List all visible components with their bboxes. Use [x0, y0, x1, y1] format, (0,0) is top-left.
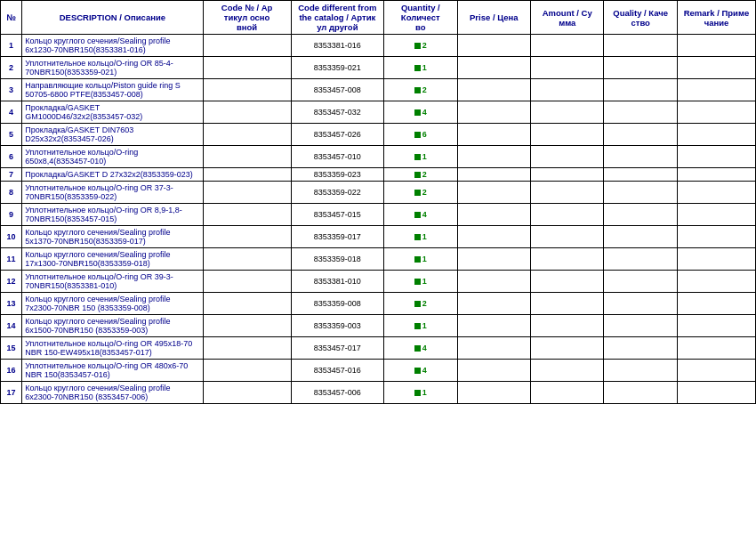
cell-codediff: 8353381-010 — [291, 271, 383, 293]
table-row: 6Уплотнительное кольцо/O-ring 650x8,4(83… — [1, 146, 756, 168]
cell-remark — [677, 35, 755, 57]
cell-code — [203, 360, 291, 382]
cell-no: 10 — [1, 226, 22, 248]
cell-codediff: 8353381-016 — [291, 35, 383, 57]
cell-amount — [531, 293, 604, 315]
cell-quality — [604, 182, 677, 204]
cell-amount — [531, 101, 604, 124]
cell-remark — [677, 101, 755, 124]
cell-desc: Уплотнительное кольцо/O-ring OR 495x18-7… — [22, 337, 203, 360]
green-indicator — [414, 172, 421, 178]
cell-amount — [531, 271, 604, 293]
cell-code — [203, 79, 291, 101]
cell-quality — [604, 337, 677, 360]
cell-qty: 4 — [384, 360, 457, 382]
cell-price — [457, 248, 530, 271]
green-indicator — [414, 368, 421, 374]
cell-price — [457, 79, 530, 101]
green-indicator — [414, 301, 421, 307]
cell-codediff: 8353359-023 — [291, 168, 383, 182]
cell-code — [203, 382, 291, 404]
green-indicator — [414, 132, 421, 138]
cell-codediff: 8353457-032 — [291, 101, 383, 124]
cell-code — [203, 35, 291, 57]
cell-codediff: 8353457-006 — [291, 382, 383, 404]
cell-qty: 2 — [384, 168, 457, 182]
cell-quality — [604, 79, 677, 101]
header-code: Code № / Артикул основной — [203, 1, 291, 35]
main-table: № DESCRIPTION / Описание Code № / Артику… — [0, 0, 756, 404]
cell-price — [457, 382, 530, 404]
header-remark: Remark / Примечание — [677, 1, 755, 35]
cell-no: 11 — [1, 248, 22, 271]
cell-quality — [604, 146, 677, 168]
green-indicator — [414, 212, 421, 218]
cell-remark — [677, 248, 755, 271]
table-row: 17Кольцо круглого сечения/Sealing profil… — [1, 382, 756, 404]
cell-remark — [677, 146, 755, 168]
green-indicator — [414, 87, 421, 93]
table-row: 5Прокладка/GASKET DIN7603 D25x32x2(83534… — [1, 124, 756, 146]
cell-remark — [677, 168, 755, 182]
cell-amount — [531, 35, 604, 57]
cell-code — [203, 315, 291, 337]
cell-codediff: 8353359-018 — [291, 248, 383, 271]
cell-desc: Кольцо круглого сечения/Sealing profile … — [22, 315, 203, 337]
green-indicator — [414, 234, 421, 240]
green-indicator — [414, 65, 421, 71]
green-indicator — [414, 256, 421, 263]
cell-remark — [677, 293, 755, 315]
cell-amount — [531, 124, 604, 146]
cell-qty: 4 — [384, 204, 457, 226]
cell-price — [457, 293, 530, 315]
cell-amount — [531, 146, 604, 168]
cell-no: 9 — [1, 204, 22, 226]
cell-desc: Уплотнительное кольцо/O-ring OR 39-3-70N… — [22, 271, 203, 293]
cell-amount — [531, 79, 604, 101]
cell-price — [457, 101, 530, 124]
cell-qty: 1 — [384, 248, 457, 271]
cell-remark — [677, 124, 755, 146]
table-row: 11Кольцо круглого сечения/Sealing profil… — [1, 248, 756, 271]
cell-price — [457, 360, 530, 382]
cell-quality — [604, 315, 677, 337]
cell-price — [457, 226, 530, 248]
cell-codediff: 8353457-017 — [291, 337, 383, 360]
table-row: 8Уплотнительное кольцо/O-ring OR 37-3-70… — [1, 182, 756, 204]
cell-codediff: 8353359-008 — [291, 293, 383, 315]
table-row: 15Уплотнительное кольцо/O-ring OR 495x18… — [1, 337, 756, 360]
cell-price — [457, 35, 530, 57]
cell-no: 16 — [1, 360, 22, 382]
green-indicator — [414, 190, 421, 196]
table-row: 7Прокладка/GASKET D 27x32x2(8353359-023)… — [1, 168, 756, 182]
cell-amount — [531, 57, 604, 79]
cell-qty: 4 — [384, 337, 457, 360]
table-row: 2Уплотнительное кольцо/O-ring OR 85-4-70… — [1, 57, 756, 79]
cell-no: 8 — [1, 182, 22, 204]
cell-code — [203, 146, 291, 168]
cell-quality — [604, 124, 677, 146]
cell-quality — [604, 248, 677, 271]
header-no: № — [1, 1, 22, 35]
header-row: № DESCRIPTION / Описание Code № / Артику… — [1, 1, 756, 35]
green-indicator — [414, 323, 421, 329]
cell-remark — [677, 182, 755, 204]
table-row: 14Кольцо круглого сечения/Sealing profil… — [1, 315, 756, 337]
cell-desc: Уплотнительное кольцо/O-ring OR 37-3-70N… — [22, 182, 203, 204]
cell-desc: Кольцо круглого сечения/Sealing profile … — [22, 293, 203, 315]
cell-desc: Прокладка/GASKET GM1000D46/32x2(8353457-… — [22, 101, 203, 124]
cell-quality — [604, 101, 677, 124]
cell-codediff: 8353457-008 — [291, 79, 383, 101]
cell-desc: Уплотнительное кольцо/O-ring OR 480x6-70… — [22, 360, 203, 382]
cell-amount — [531, 204, 604, 226]
cell-price — [457, 168, 530, 182]
table-row: 10Кольцо круглого сечения/Sealing profil… — [1, 226, 756, 248]
cell-code — [203, 337, 291, 360]
table-row: 9Уплотнительное кольцо/O-ring OR 8,9-1,8… — [1, 204, 756, 226]
green-indicator — [414, 345, 421, 352]
cell-remark — [677, 226, 755, 248]
cell-no: 4 — [1, 101, 22, 124]
cell-qty: 2 — [384, 79, 457, 101]
cell-amount — [531, 248, 604, 271]
cell-no: 7 — [1, 168, 22, 182]
